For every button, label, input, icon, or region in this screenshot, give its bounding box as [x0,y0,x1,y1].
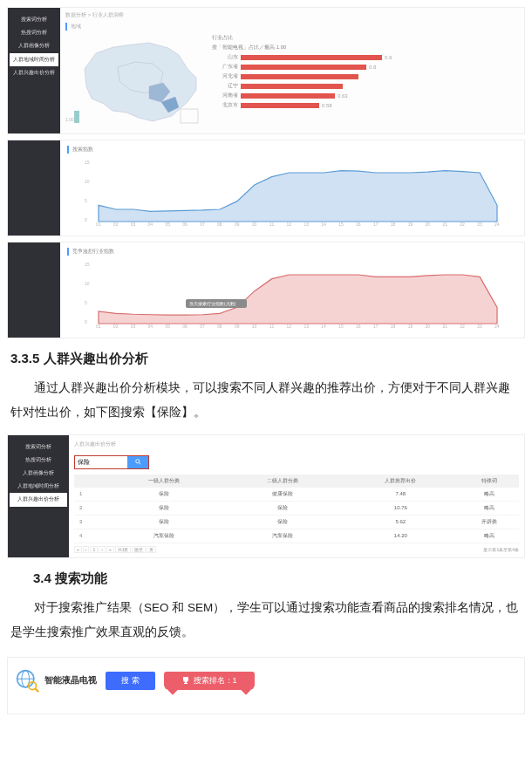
competition-index-chart-panel: 竞争激烈行业指数 15 10 5 0 010203040506070809101… [7,242,525,338]
svg-text:18: 18 [391,222,396,227]
heading-34: 3.4 搜索功能 [33,570,525,587]
svg-text:02: 02 [113,324,119,329]
region-value: 0.8 [369,65,376,70]
svg-text:03: 03 [131,324,136,329]
svg-point-61 [135,460,139,463]
svg-text:15: 15 [338,324,344,329]
china-map: 1.00 [65,34,205,130]
chart-blue: 15 10 5 0 010203040506070809101112131415… [67,157,517,227]
pager-btn[interactable]: › [99,546,106,553]
bid-col: 一级人群分类 [105,475,223,488]
svg-text:08: 08 [217,324,222,329]
product-name: 智能液晶电视 [44,674,97,686]
svg-text:0: 0 [85,217,87,222]
region-subtitle: 搜「智能电视」占比／最高 1.00 [212,44,519,51]
svg-text:08: 08 [217,222,222,227]
bid-search-button[interactable] [127,456,148,468]
pager-summary: 显示第1条至第4条 [483,547,519,552]
svg-text:5: 5 [85,198,87,203]
globe-search-icon [15,668,39,693]
map-tab-label: 地域 [65,23,519,31]
svg-text:11: 11 [269,324,275,329]
pager-btn[interactable]: 1 [90,546,98,553]
svg-rect-1 [74,111,79,123]
pager-btn[interactable]: « [74,546,82,553]
svg-text:02: 02 [113,222,119,227]
pager-btn[interactable]: » [106,546,114,553]
analytics-sidebar: 搜索词分析 热搜词分析 人群画像分析 人群地域时间分析 人群兴趣出价分析 [8,8,60,133]
chart-title-blue: 搜索指数 [67,146,517,154]
region-label: 河南省 [212,92,238,99]
svg-text:24: 24 [494,324,500,329]
svg-text:19: 19 [408,324,413,329]
svg-text:04: 04 [148,222,153,227]
svg-text:06: 06 [182,222,188,227]
svg-text:23: 23 [477,222,482,227]
table-row: 2保险保险10.76略高 [74,501,519,515]
svg-rect-0 [181,109,198,123]
region-title: 行业占比 [212,34,519,42]
region-bars: 行业占比 搜「智能电视」占比／最高 1.00 山东 0.9广东省 0.8河北省 … [212,34,519,130]
svg-text:05: 05 [165,222,170,227]
heading-335: 3.3.5 人群兴趣出价分析 [10,351,525,367]
chart-title-red: 竞争激烈行业指数 [67,248,517,256]
table-row: 3保险保险5.62开辟类 [74,515,519,529]
svg-text:19: 19 [408,222,413,227]
bid-search-input[interactable] [75,456,127,468]
svg-text:21: 21 [442,222,447,227]
region-label: 河北省 [212,72,238,80]
region-label: 山东 [212,53,238,61]
svg-rect-69 [184,683,188,684]
region-analysis-panel: 搜索词分析 热搜词分析 人群画像分析 人群地域时间分析 人群兴趣出价分析 数据分… [7,7,525,134]
pager-btn[interactable]: 跳至 [132,546,146,553]
bid-sidebar-2[interactable]: 人群画像分析 [10,467,67,480]
region-bar [241,93,335,99]
sidebar-item-0[interactable]: 搜索词分析 [10,13,58,26]
svg-text:12: 12 [287,222,292,227]
search-button[interactable]: 搜 索 [106,672,155,690]
pager-btn[interactable]: 页 [147,546,156,553]
bid-col: 二级人群分类 [223,475,342,488]
svg-text:03: 03 [131,222,136,227]
svg-text:1.00: 1.00 [65,117,74,122]
svg-text:10: 10 [252,222,257,227]
sidebar-item-4[interactable]: 人群兴趣出价分析 [10,66,58,79]
svg-text:13: 13 [304,222,309,227]
svg-text:10: 10 [85,179,90,184]
svg-text:17: 17 [373,222,379,227]
region-value: 0.9 [385,55,392,60]
svg-text:09: 09 [235,324,240,329]
bid-sidebar-1[interactable]: 热搜词分析 [10,454,67,467]
sidebar-item-3[interactable]: 人群地域时间分析 [10,53,58,66]
svg-text:23: 23 [477,324,482,329]
svg-text:20: 20 [426,222,431,227]
bid-col [74,475,105,488]
bid-analysis-panel: 搜索词分析 热搜词分析 人群画像分析 人群地域时间分析 人群兴趣出价分析 人群兴… [7,434,525,558]
svg-text:01: 01 [96,324,101,329]
svg-rect-68 [185,681,187,683]
breadcrumb: 数据分析 > 行业人群洞察 [65,11,519,19]
svg-text:20: 20 [426,324,431,329]
svg-line-62 [139,463,140,465]
sidebar-item-1[interactable]: 热搜词分析 [10,26,58,39]
svg-text:22: 22 [460,222,465,227]
svg-text:14: 14 [321,222,326,227]
search-index-chart-panel: 搜索指数 15 10 5 0 0102030405060708091011121… [7,140,525,236]
bid-sidebar-0[interactable]: 搜索词分析 [10,440,67,454]
pager-btn[interactable]: 共1页 [115,546,132,553]
product-search-bar: 智能液晶电视 搜 索 搜索排名：1 [7,657,525,714]
bid-sidebar-3[interactable]: 人群地域时间分析 [10,480,67,493]
region-value: 0.58 [322,103,332,108]
svg-text:15: 15 [85,160,90,165]
para-34: 对于搜索推广结果（SEO 和 SEM），学生可以通过搜索功能查看商品的搜索排名情… [10,596,522,645]
region-label: 北京市 [212,101,238,109]
svg-text:11: 11 [269,222,275,227]
bid-sidebar-4[interactable]: 人群兴趣出价分析 [10,493,67,506]
search-icon [135,459,141,465]
svg-text:15: 15 [338,222,344,227]
sidebar-item-2[interactable]: 人群画像分析 [10,39,58,52]
svg-text:05: 05 [165,324,170,329]
table-row: 4汽车保险汽车保险14.20略高 [74,529,519,543]
svg-text:01: 01 [96,222,101,227]
pager-btn[interactable]: ‹ [83,546,90,553]
